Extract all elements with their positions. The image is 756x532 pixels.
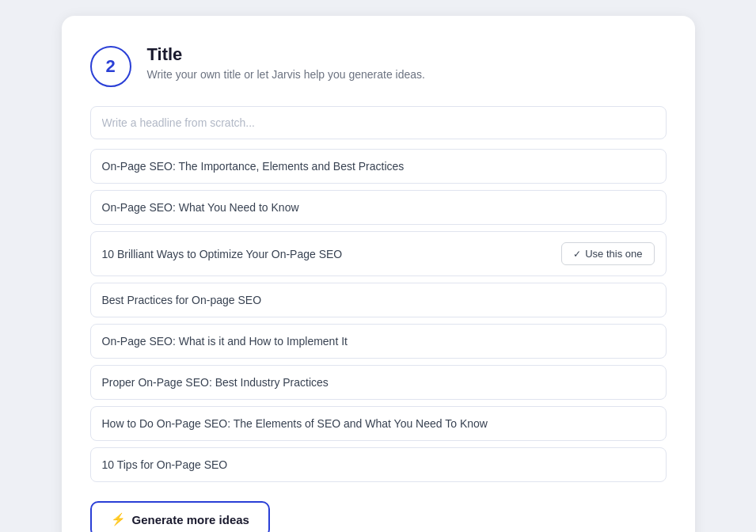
step-badge: 2 <box>90 46 131 87</box>
title-option-5[interactable]: On-Page SEO: What is it and How to Imple… <box>90 324 667 359</box>
title-option-1-text: On-Page SEO: The Importance, Elements an… <box>102 160 655 173</box>
card-header: 2 Title Write your own title or let Jarv… <box>90 44 667 87</box>
check-icon: ✓ <box>573 249 581 260</box>
use-this-button[interactable]: ✓ Use this one <box>561 242 654 265</box>
section-title: Title <box>147 44 425 65</box>
title-option-3[interactable]: 10 Brilliant Ways to Optimize Your On-Pa… <box>90 231 667 276</box>
main-card: 2 Title Write your own title or let Jarv… <box>62 16 695 532</box>
title-option-3-text: 10 Brilliant Ways to Optimize Your On-Pa… <box>102 248 553 260</box>
generate-more-button[interactable]: ⚡ Generate more ideas <box>90 501 270 532</box>
title-option-6-text: Proper On-Page SEO: Best Industry Practi… <box>102 376 655 389</box>
headline-input[interactable] <box>90 106 667 139</box>
title-option-7-text: How to Do On-Page SEO: The Elements of S… <box>102 417 655 430</box>
title-option-1[interactable]: On-Page SEO: The Importance, Elements an… <box>90 149 667 184</box>
generate-button-label: Generate more ideas <box>132 513 249 526</box>
title-option-8-text: 10 Tips for On-Page SEO <box>102 458 655 471</box>
title-option-2[interactable]: On-Page SEO: What You Need to Know <box>90 190 667 225</box>
step-number: 2 <box>105 56 115 77</box>
bolt-icon: ⚡ <box>111 512 126 526</box>
title-option-4-text: Best Practices for On-page SEO <box>102 294 655 306</box>
title-option-4[interactable]: Best Practices for On-page SEO <box>90 283 667 317</box>
title-option-5-text: On-Page SEO: What is it and How to Imple… <box>102 335 655 348</box>
title-option-6[interactable]: Proper On-Page SEO: Best Industry Practi… <box>90 365 667 400</box>
content-area: On-Page SEO: The Importance, Elements an… <box>90 106 667 532</box>
title-option-8[interactable]: 10 Tips for On-Page SEO <box>90 447 667 482</box>
use-this-label: Use this one <box>585 248 642 260</box>
section-subtitle: Write your own title or let Jarvis help … <box>147 68 425 81</box>
title-option-7[interactable]: How to Do On-Page SEO: The Elements of S… <box>90 406 667 441</box>
title-option-2-text: On-Page SEO: What You Need to Know <box>102 201 655 214</box>
header-text: Title Write your own title or let Jarvis… <box>147 44 425 81</box>
